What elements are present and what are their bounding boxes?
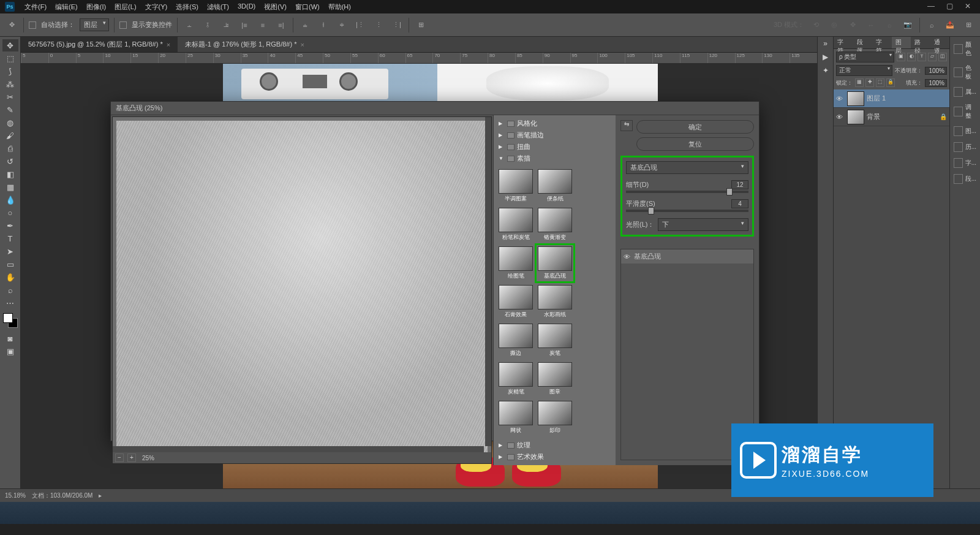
align-left-icon[interactable]: |≡ — [238, 18, 251, 32]
filter-thumbnail[interactable]: 炭笔 — [537, 322, 573, 359]
menu-item[interactable]: 图层(L) — [111, 1, 140, 13]
document-tab[interactable]: 5675675 (5).jpg @ 15.2% (图层 1, RGB/8#) *… — [21, 37, 178, 52]
filter-smart-icon[interactable]: ◫ — [938, 53, 947, 61]
menu-item[interactable]: 3D(D) — [234, 1, 259, 13]
filter-shape-icon[interactable]: ▱ — [928, 53, 937, 61]
distribute-right-icon[interactable]: ⋮| — [390, 18, 404, 32]
share-icon[interactable]: 📤 — [943, 18, 957, 32]
toggle-tree-button[interactable]: ⇆ — [620, 120, 633, 131]
play-icon[interactable]: ▶ — [820, 53, 831, 64]
menu-item[interactable]: 图像(I) — [83, 1, 110, 13]
distribute-top-icon[interactable]: ⫨ — [298, 18, 312, 32]
panel-tab[interactable]: 通道 — [930, 37, 950, 48]
filter-category-open[interactable]: ▼素描 — [496, 153, 613, 164]
filter-category[interactable]: ▶画笔描边 — [496, 129, 613, 141]
edit-toolbar[interactable]: ⋯ — [2, 297, 18, 309]
menu-item[interactable]: 文件(F) — [21, 1, 50, 13]
menu-item[interactable]: 视图(V) — [260, 1, 290, 13]
panel-tab[interactable]: 字符 — [872, 37, 892, 48]
collapsed-panel[interactable]: 段... — [952, 173, 978, 185]
auto-align-icon[interactable]: ⊞ — [414, 18, 428, 32]
menu-item[interactable]: 文字(Y) — [141, 1, 172, 13]
layer-kind-filter[interactable]: ρ 类型 — [836, 51, 894, 63]
move-tool[interactable]: ✥ — [2, 39, 18, 51]
applied-filter-item[interactable]: 👁 基底凸现 — [621, 249, 753, 264]
quick-mask[interactable]: ◙ — [2, 332, 18, 344]
window-close[interactable]: ✕ — [960, 2, 975, 12]
align-vcenter-icon[interactable]: ⫱ — [201, 18, 214, 32]
panel-tab[interactable]: 段落 — [853, 37, 873, 48]
distribute-left-icon[interactable]: |⋮ — [353, 18, 367, 32]
preview-vscroll[interactable] — [485, 117, 491, 446]
align-hcenter-icon[interactable]: ≡ — [256, 18, 270, 32]
lock-pixels-icon[interactable]: ▦ — [855, 78, 864, 87]
crop-tool[interactable]: ✂ — [2, 91, 18, 103]
panel-tab[interactable]: 路径 — [911, 37, 930, 48]
menu-item[interactable]: 选择(S) — [172, 1, 202, 13]
fill-value[interactable]: 100% — [925, 79, 947, 87]
visibility-icon[interactable]: 👁 — [836, 113, 845, 121]
filter-thumbnail[interactable]: 影印 — [537, 400, 573, 436]
filter-category[interactable]: ▶纹理 — [496, 439, 613, 451]
window-minimize[interactable]: — — [924, 2, 938, 12]
marquee-tool[interactable]: ⬚ — [2, 52, 18, 64]
light-dropdown[interactable]: 下 — [658, 218, 748, 231]
filter-category[interactable]: ▶扭曲 — [496, 141, 613, 153]
panel-tab[interactable]: 字符 — [834, 37, 853, 48]
expand-panels-icon[interactable]: » — [820, 39, 831, 50]
collapsed-panel[interactable]: 字... — [952, 157, 978, 169]
info-arrow-icon[interactable]: ▸ — [99, 492, 102, 499]
dodge-tool[interactable]: ○ — [2, 207, 18, 219]
color-swatch[interactable] — [3, 313, 18, 328]
filter-thumbnail[interactable]: 半调图案 — [497, 168, 534, 204]
filter-thumbnail[interactable]: 绘图笔 — [497, 245, 534, 281]
workspace-icon[interactable]: ⊞ — [962, 18, 975, 32]
filter-thumbnail[interactable]: 便条纸 — [537, 168, 573, 204]
menu-item[interactable]: 窗口(W) — [292, 1, 323, 13]
preview-hscroll[interactable] — [113, 446, 484, 452]
close-tab-icon[interactable]: × — [167, 41, 170, 48]
eraser-tool[interactable]: ◧ — [2, 168, 18, 180]
eyedropper-tool[interactable]: ✎ — [2, 104, 18, 116]
menu-item[interactable]: 帮助(H) — [325, 1, 355, 13]
visibility-icon[interactable]: 👁 — [836, 95, 845, 102]
lock-artboard-icon[interactable]: ⬚ — [876, 78, 884, 87]
filter-thumbnail[interactable]: 炭精笔 — [497, 361, 534, 397]
distribute-hcenter-icon[interactable]: ⋮ — [372, 18, 385, 32]
collapsed-panel[interactable]: 属... — [952, 86, 978, 98]
filter-thumbnail[interactable]: 基底凸现 — [537, 245, 573, 281]
os-taskbar[interactable] — [0, 502, 980, 535]
filter-name-dropdown[interactable]: 基底凸现 — [626, 161, 748, 174]
filter-thumbnail[interactable]: 撕边 — [497, 322, 534, 359]
type-tool[interactable]: T — [2, 232, 18, 245]
filter-type-icon[interactable]: T — [918, 53, 926, 61]
rectangle-tool[interactable]: ▭ — [2, 258, 18, 270]
pen-tool[interactable]: ✒ — [2, 219, 18, 232]
align-right-icon[interactable]: ≡| — [274, 18, 288, 32]
preview-zoom-value[interactable]: 25% — [142, 455, 154, 461]
smooth-slider[interactable] — [626, 210, 748, 212]
filter-pixel-icon[interactable]: ▣ — [897, 53, 905, 61]
brush-tool[interactable]: 🖌 — [2, 129, 18, 142]
visibility-icon[interactable]: 👁 — [624, 253, 630, 260]
auto-select-checkbox[interactable] — [29, 21, 36, 29]
filter-thumbnail[interactable]: 网状 — [497, 400, 534, 436]
window-restore[interactable]: ▢ — [942, 2, 957, 12]
blur-tool[interactable]: 💧 — [2, 194, 18, 206]
filter-thumbnail[interactable]: 粉笔和炭笔 — [497, 207, 534, 243]
close-tab-icon[interactable]: × — [300, 41, 304, 48]
lasso-tool[interactable]: ⟆ — [2, 65, 18, 77]
spot-heal-tool[interactable]: ◍ — [2, 116, 18, 129]
lock-all-icon[interactable]: 🔒 — [886, 78, 895, 87]
filter-thumbnail[interactable]: 水彩画纸 — [537, 284, 573, 320]
ok-button[interactable]: 确定 — [636, 120, 754, 134]
hand-tool[interactable]: ✋ — [2, 271, 18, 283]
history-brush-tool[interactable]: ↺ — [2, 155, 18, 167]
lock-position-icon[interactable]: ✚ — [865, 78, 874, 87]
zoom-level[interactable]: 15.18% — [5, 492, 26, 499]
menu-item[interactable]: 滤镜(T) — [203, 1, 233, 13]
collapsed-panel[interactable]: 历... — [952, 141, 978, 153]
gradient-tool[interactable]: ▦ — [2, 181, 18, 193]
reset-button[interactable]: 复位 — [636, 137, 754, 151]
filter-category[interactable]: ▶艺术效果 — [496, 451, 613, 463]
